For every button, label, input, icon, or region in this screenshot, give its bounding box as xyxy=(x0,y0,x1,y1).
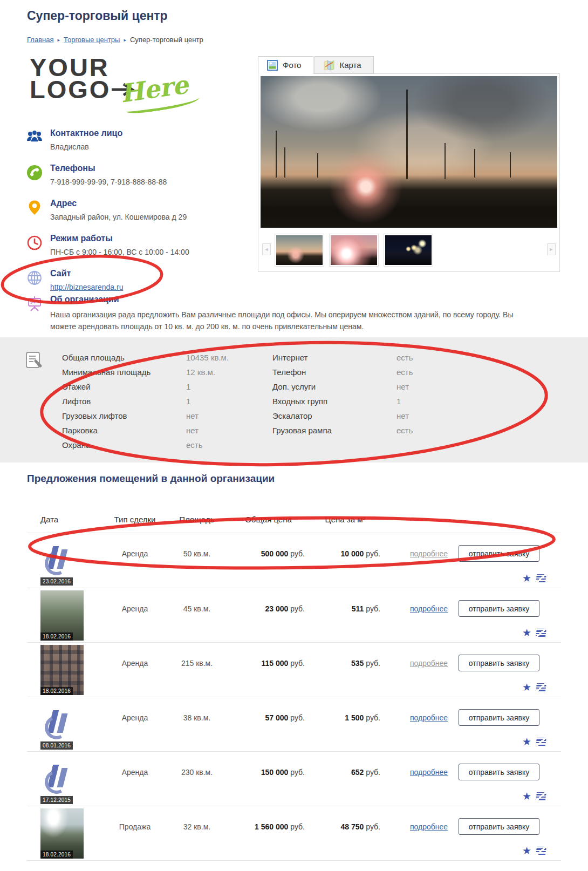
next-arrow-icon[interactable]: ► xyxy=(547,243,556,255)
offer-thumbnail[interactable]: 17.12.2015 xyxy=(40,754,84,804)
favorite-star-icon[interactable]: ★ xyxy=(522,737,531,747)
favorite-star-icon[interactable]: ★ xyxy=(522,682,531,692)
details-link[interactable]: подробнее xyxy=(410,768,448,777)
favorite-star-icon[interactable]: ★ xyxy=(522,846,531,856)
website-link[interactable]: http://biznesarenda.ru xyxy=(50,283,123,291)
compare-icon[interactable] xyxy=(536,847,546,855)
property-row: Общая площадь10435 кв.м. xyxy=(62,350,229,365)
details-link[interactable]: подробнее xyxy=(410,713,448,722)
offer-area: 32 кв.м. xyxy=(165,822,229,831)
tab-map-label: Карта xyxy=(339,60,361,70)
property-label: Эскалатор xyxy=(272,409,396,423)
company-logo: YOUR LOGO Here xyxy=(30,56,192,115)
property-value: нет xyxy=(396,411,409,420)
details-link[interactable]: подробнее xyxy=(410,822,448,831)
photo-pole xyxy=(445,143,446,179)
globe-icon xyxy=(26,269,43,287)
offers-rows: 23.02.2016 Аренда 50 кв.м. 500 000 руб. … xyxy=(27,533,561,860)
details-link[interactable]: подробнее xyxy=(410,604,448,613)
compare-icon[interactable] xyxy=(536,738,546,746)
details-link[interactable]: подробнее xyxy=(410,659,448,668)
offer-total-price: 1 560 000 руб. xyxy=(232,822,305,831)
property-label: Общая площадь xyxy=(62,350,186,365)
map-pin-icon xyxy=(26,199,43,216)
breadcrumb-separator-icon: ▸ xyxy=(124,37,126,43)
submit-request-button[interactable]: отправить заявку xyxy=(459,764,539,780)
favorite-star-icon[interactable]: ★ xyxy=(522,628,531,638)
offer-total-price: 150 000 руб. xyxy=(232,768,305,777)
property-row: Эскалаторнет xyxy=(272,409,413,423)
logo-word-2: LOGO xyxy=(30,78,111,100)
thumbnail-strip: ◄ ► xyxy=(261,230,557,269)
people-icon xyxy=(26,129,43,146)
properties-right-column: Интернетесть Телефонесть Доп. услугинет … xyxy=(272,350,413,438)
tab-photo[interactable]: Фото xyxy=(258,56,313,74)
submit-request-button[interactable]: отправить заявку xyxy=(459,655,539,671)
offer-thumbnail[interactable]: 23.02.2016 xyxy=(40,535,84,586)
column-header-deal: Тип сделки xyxy=(108,515,162,524)
column-header-area: Площадь xyxy=(165,515,229,524)
offer-row-icons: ★ xyxy=(522,628,546,638)
property-row: Доп. услугинет xyxy=(272,379,413,394)
address-title: Адрес xyxy=(50,199,252,208)
property-label: Минимальная площадь xyxy=(62,365,186,379)
about-text: Наша организация рада предложить Вам раз… xyxy=(50,309,528,332)
offer-deal-type: Аренда xyxy=(108,659,162,668)
property-value: 10435 кв.м. xyxy=(186,353,229,362)
properties-left-column: Общая площадь10435 кв.м. Минимальная пло… xyxy=(62,350,229,452)
phones-value: 7-918-999-99-99, 7-918-888-88-88 xyxy=(50,178,252,186)
compare-icon[interactable] xyxy=(536,683,546,691)
property-label: Этажей xyxy=(62,379,186,394)
offer-row-icons: ★ xyxy=(522,737,546,747)
submit-request-button[interactable]: отправить заявку xyxy=(459,545,539,562)
website-title: Сайт xyxy=(50,269,252,278)
main-photo[interactable] xyxy=(261,76,557,228)
offer-deal-type: Аренда xyxy=(108,604,162,613)
offer-thumbnail[interactable]: 18.02.2016 xyxy=(40,590,84,641)
property-label: Лифтов xyxy=(62,394,186,409)
working-hours-value: ПН-СБ с 9:00 - 16:00, ВС с 10:00 - 14:00 xyxy=(50,248,252,256)
compare-icon[interactable] xyxy=(536,792,546,800)
submit-request-button[interactable]: отправить заявку xyxy=(459,709,539,726)
submit-request-button[interactable]: отправить заявку xyxy=(459,818,539,835)
prev-arrow-icon[interactable]: ◄ xyxy=(262,243,271,255)
offer-date-badge: 18.02.2016 xyxy=(40,632,73,641)
offer-date-badge: 23.02.2016 xyxy=(40,577,73,586)
breadcrumb: Главная▸Торговые центры▸Супер-торговый ц… xyxy=(27,36,203,44)
offer-area: 230 кв.м. xyxy=(165,768,229,777)
gallery-thumbnail-1[interactable] xyxy=(275,234,324,267)
offer-area: 215 кв.м. xyxy=(165,659,229,668)
gallery-thumbnail-2[interactable] xyxy=(329,234,379,267)
offer-thumbnail[interactable]: 18.02.2016 xyxy=(40,808,84,859)
submit-request-button[interactable]: отправить заявку xyxy=(459,600,539,617)
gallery-thumbnail-3[interactable] xyxy=(384,234,433,267)
address-value: Западный район, ул. Кошемирова д 29 xyxy=(50,213,252,221)
phones-item: Телефоны 7-918-999-99-99, 7-918-888-88-8… xyxy=(26,164,252,186)
details-link[interactable]: подробнее xyxy=(410,549,448,558)
offer-date-badge: 18.02.2016 xyxy=(40,687,73,695)
offer-thumbnail[interactable]: 18.02.2016 xyxy=(40,645,84,695)
property-label: Охрана xyxy=(62,438,186,452)
offer-deal-type: Аренда xyxy=(108,713,162,722)
favorite-star-icon[interactable]: ★ xyxy=(522,573,531,583)
photo-pole xyxy=(284,147,285,178)
property-row: Грузовая рампаесть xyxy=(272,423,413,438)
phones-title: Телефоны xyxy=(50,164,252,173)
tab-map[interactable]: Карта xyxy=(314,56,373,74)
offer-date-badge: 17.12.2015 xyxy=(40,796,73,804)
property-value: есть xyxy=(396,353,413,362)
breadcrumb-current: Супер-торговый центр xyxy=(130,36,203,44)
compare-icon[interactable] xyxy=(536,629,546,637)
compare-icon[interactable] xyxy=(536,574,546,582)
favorite-star-icon[interactable]: ★ xyxy=(522,791,531,801)
website-item: Сайт http://biznesarenda.ru xyxy=(26,269,252,291)
breadcrumb-link-malls[interactable]: Торговые центры xyxy=(64,36,120,44)
tab-photo-label: Фото xyxy=(283,60,301,70)
property-value: 1 xyxy=(396,397,401,406)
offer-price-per-m: 652 руб. xyxy=(310,768,380,777)
breadcrumb-link-home[interactable]: Главная xyxy=(27,36,53,44)
photo-pole xyxy=(474,149,475,178)
photo-pole xyxy=(406,90,408,179)
offer-price-per-m: 1 500 руб. xyxy=(310,713,380,722)
offer-thumbnail[interactable]: 08.01.2016 xyxy=(40,699,84,750)
